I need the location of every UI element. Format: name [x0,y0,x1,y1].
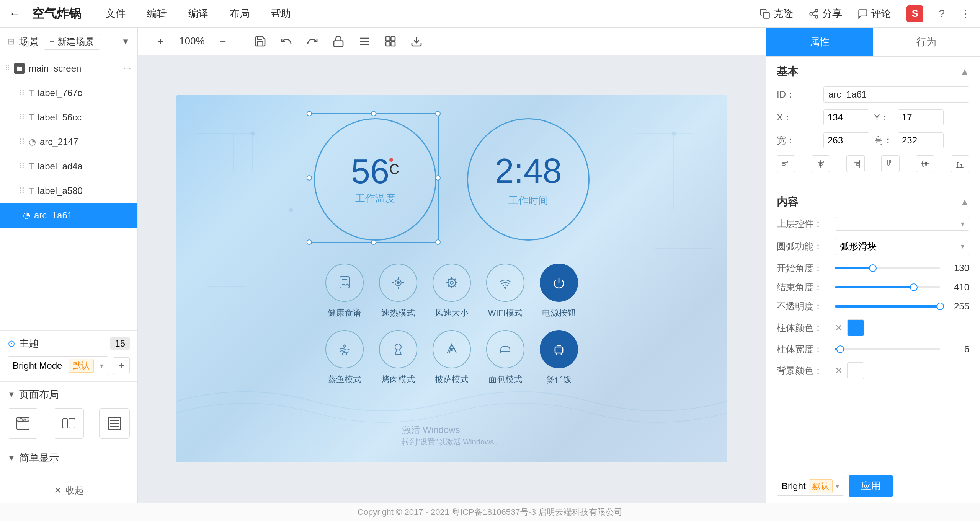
theme-label: ⊙ 主题 [8,337,39,350]
export-button[interactable] [409,34,424,49]
opacity-value: 255 [946,301,969,312]
scene-expand-icon[interactable]: ▼ [121,37,130,47]
svg-rect-22 [391,42,395,46]
tab-properties[interactable]: 属性 [766,28,873,56]
align-button[interactable] [357,34,372,49]
align-bottom-button[interactable] [951,155,969,172]
opacity-thumb[interactable] [936,303,944,310]
help-icon[interactable]: ? [939,8,945,20]
y-input[interactable] [898,109,944,125]
icon-steam[interactable]: 蒸鱼模式 [325,330,364,385]
apply-mode-select[interactable]: Bright 默认 ▾ [777,477,844,496]
icon-wind[interactable]: 风速大小 [433,264,471,319]
icon-power[interactable]: 电源按钮 [540,264,578,319]
menu-help[interactable]: 帮助 [266,5,296,23]
apply-button[interactable]: 应用 [849,475,893,497]
review-label: 评论 [871,7,891,20]
align-center-h-button[interactable] [812,155,830,172]
layout-list-button[interactable] [99,408,130,439]
back-button[interactable]: ← [9,8,20,20]
scene-header: ⊞ 场景 + 新建场景 ▼ [0,28,137,56]
undo-button[interactable] [279,34,294,49]
new-scene-button[interactable]: + 新建场景 [44,34,100,50]
end-angle-track[interactable] [835,286,940,288]
menu-edit[interactable]: 编辑 [142,5,172,23]
tab-behavior[interactable]: 行为 [873,28,980,56]
content-expand-icon[interactable]: ▲ [960,197,969,207]
svg-point-1 [815,9,818,12]
icon-bbq[interactable]: 烤肉模式 [379,330,417,385]
layout-section-header[interactable]: ▼ 页面布局 [8,388,130,401]
w-input[interactable] [823,132,869,148]
canvas-viewport[interactable]: 56 C 工作温度 2:48 [138,55,766,503]
handle-ml[interactable] [307,175,312,181]
layer-item-labelad4a[interactable]: ⠿ T label_ad4a [0,154,137,179]
handle-tl[interactable] [307,111,312,116]
theme-add-button[interactable]: + [113,357,130,374]
align-left-button[interactable] [777,155,795,172]
zoom-plus-button[interactable]: + [153,34,168,49]
x-input[interactable] [823,109,869,125]
menu-file[interactable]: 文件 [101,5,130,23]
h-input[interactable] [898,132,944,148]
align-right-button[interactable] [846,155,865,172]
id-input[interactable] [823,86,969,103]
layer-name-labela580: label_a580 [38,186,82,196]
layer-menu-icon[interactable]: ⋯ [123,63,131,73]
arc-func-select[interactable]: 弧形滑块 ▾ [835,238,969,255]
handle-tr[interactable] [435,111,441,116]
bg-color-swatch[interactable] [847,362,864,379]
share-button[interactable]: 分享 [808,7,842,20]
opacity-track[interactable] [835,305,940,308]
icon-fast[interactable]: 速热模式 [379,264,417,319]
bottom-icons-row2: 蒸鱼模式 [325,330,578,385]
bg-color-clear[interactable]: ✕ [835,365,843,376]
xy-row: X： Y： [777,109,969,125]
parent-widget-select[interactable]: ▾ [835,217,969,231]
pizza-label: 披萨模式 [435,374,469,385]
menu-layout[interactable]: 布局 [225,5,254,23]
layer-item-label767c[interactable]: ⠿ T label_767c [0,81,137,105]
layer-item-arc1a61[interactable]: ◔ arc_1a61 [0,203,137,228]
align-center-v-button[interactable] [916,155,934,172]
handle-tm[interactable] [371,111,376,116]
knob-color-clear[interactable]: ✕ [835,322,843,333]
knob-width-thumb[interactable] [836,345,844,353]
group-button[interactable] [383,34,398,49]
basic-expand-icon[interactable]: ▲ [960,66,969,77]
collapse-footer[interactable]: ✕ 收起 [0,478,137,503]
icon-pizza[interactable]: 披萨模式 [433,330,471,385]
icon-claypot[interactable]: 煲仔饭 [540,330,578,385]
layout-tab-button[interactable]: Tab [8,408,38,439]
opacity-fill [835,305,940,308]
start-angle-thumb[interactable] [869,264,877,272]
clone-button[interactable]: 克隆 [760,7,793,20]
menu-compile[interactable]: 编译 [184,5,213,23]
zoom-minus-button[interactable]: − [216,34,231,49]
knob-width-track[interactable] [835,348,940,350]
redo-button[interactable] [305,34,320,49]
layer-item-labela580[interactable]: ⠿ T label_a580 [0,179,137,203]
icon-wifi[interactable]: WIFI模式 [486,264,524,319]
dots-icon[interactable]: ⋮ [960,7,971,20]
handle-bl[interactable] [307,239,312,245]
icon-bread[interactable]: 面包模式 [486,330,524,385]
knob-width-row: 柱体宽度： 6 [777,343,969,355]
save-button[interactable] [253,34,268,49]
handle-br[interactable] [435,239,441,245]
knob-color-swatch[interactable] [847,319,864,336]
layout-columns-button[interactable] [54,408,84,439]
layer-item-arc2147[interactable]: ⠿ ◔ arc_2147 [0,130,137,154]
layer-item-label56cc[interactable]: ⠿ T label_56cc [0,105,137,130]
end-angle-thumb[interactable] [910,283,918,291]
knob-width-value: 6 [946,344,969,355]
review-button[interactable]: 评论 [858,7,891,20]
start-angle-track[interactable] [835,267,940,269]
lock-button[interactable] [331,34,346,49]
align-top-button[interactable] [881,155,900,172]
end-angle-value: 410 [946,282,969,293]
simple-section-header[interactable]: ▼ 简单显示 [8,451,130,465]
theme-mode-select[interactable]: Bright Mode 默认 ▾ [8,356,108,375]
layer-item-main-screen[interactable]: ⠿ main_screen ⋯ [0,56,137,81]
icon-health[interactable]: 健康食谱 [325,264,364,319]
